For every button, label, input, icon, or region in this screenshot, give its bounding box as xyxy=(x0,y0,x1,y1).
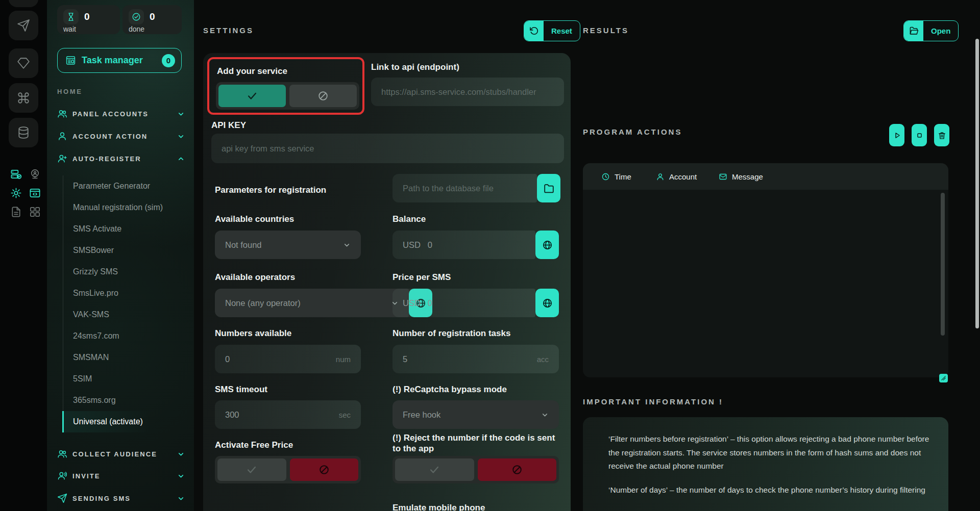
task-manager-button[interactable]: Task manager 0 xyxy=(57,48,182,73)
toggle-yes-button[interactable] xyxy=(395,458,474,481)
trash-icon xyxy=(938,131,946,140)
premium-button[interactable] xyxy=(9,48,38,78)
submenu-item[interactable]: SMSBower xyxy=(63,240,188,261)
task-manager-label: Task manager xyxy=(82,55,143,66)
numbers-available-value: 0 xyxy=(225,354,230,364)
database-button[interactable] xyxy=(9,118,38,147)
clear-button[interactable] xyxy=(934,124,949,146)
user-icon xyxy=(57,131,67,141)
toggle-no-button[interactable] xyxy=(289,85,357,107)
program-actions-title: PROGRAM ACTIONS xyxy=(583,127,682,136)
server-check-icon[interactable] xyxy=(10,168,22,180)
send-nav-button[interactable] xyxy=(9,11,38,40)
hourglass-icon xyxy=(63,9,79,24)
toggle-yes-button[interactable] xyxy=(217,458,286,481)
chevron-down-icon xyxy=(177,495,185,502)
page-scrollbar-thumb[interactable] xyxy=(975,39,979,328)
free-price-toggle xyxy=(215,456,361,483)
submenu-item[interactable]: 24sms7.com xyxy=(63,325,188,347)
ban-icon xyxy=(318,464,330,475)
balance-group: USD 0 xyxy=(393,231,559,259)
rotate-ccw-icon xyxy=(524,21,544,41)
api-key-label: API KEY xyxy=(211,120,246,131)
toggle-no-button[interactable] xyxy=(478,458,557,481)
globe-icon xyxy=(542,240,553,250)
folder-open-icon xyxy=(904,21,923,41)
submenu-item-selected[interactable]: Universal (activate) xyxy=(62,411,188,432)
toggle-no-button[interactable] xyxy=(290,458,359,481)
open-button[interactable]: Open xyxy=(903,20,959,41)
add-service-toggle xyxy=(216,82,359,110)
column-message: Message xyxy=(719,172,763,181)
sidebar-item-invite[interactable]: INVITE xyxy=(57,467,185,485)
submenu-item[interactable]: VAK-SMS xyxy=(63,304,188,325)
submenu-item[interactable]: 5SIM xyxy=(63,368,188,390)
chevron-down-icon xyxy=(177,472,185,480)
chevron-down-icon xyxy=(541,411,549,419)
link-api-field[interactable] xyxy=(371,78,564,106)
sidebar-item-auto-register[interactable]: AUTO-REGISTER xyxy=(57,149,185,168)
send-icon xyxy=(57,493,67,503)
price-refresh-button[interactable] xyxy=(535,289,559,317)
sidebar-item-label: SENDING SMS xyxy=(72,495,131,502)
wait-counter: 0 wait xyxy=(57,5,120,34)
grid-icon[interactable] xyxy=(29,206,41,218)
start-button[interactable] xyxy=(889,124,904,146)
table-scrollbar-thumb[interactable] xyxy=(941,193,945,336)
sms-timeout-field[interactable]: 300 sec xyxy=(215,400,361,429)
numbers-available-field[interactable]: 0 num xyxy=(215,345,361,373)
chevron-up-icon xyxy=(177,155,185,163)
balance-refresh-button[interactable] xyxy=(535,231,559,259)
free-price-label: Activate Free Price xyxy=(215,440,293,450)
sidebar-item-panel-accounts[interactable]: PANEL ACCOUNTS xyxy=(57,105,185,123)
db-path-field[interactable] xyxy=(393,174,537,202)
registration-tasks-label: Number of registration tasks xyxy=(393,328,510,339)
gear-icon[interactable] xyxy=(10,187,22,199)
db-path-group xyxy=(393,174,560,202)
check-icon xyxy=(246,464,257,475)
submenu-item[interactable]: 365sms.org xyxy=(63,390,188,411)
price-currency: USD xyxy=(403,298,421,308)
params-label: Parameters for registration xyxy=(215,185,326,195)
browse-file-button[interactable] xyxy=(537,174,560,202)
toggle-yes-button[interactable] xyxy=(218,85,286,107)
send-icon xyxy=(17,19,30,32)
sidebar-item-label: AUTO-REGISTER xyxy=(72,155,141,163)
sidebar-item-account-action[interactable]: ACCOUNT ACTION xyxy=(57,127,185,145)
submenu-item[interactable]: Grizzly SMS xyxy=(63,261,188,283)
sidebar-item-collect-audience[interactable]: COLLECT AUDIENCE xyxy=(57,445,185,463)
submenu-item[interactable]: SMSMAN xyxy=(63,347,188,368)
done-count: 0 xyxy=(150,11,155,22)
database-icon xyxy=(17,126,30,139)
registration-tasks-field[interactable]: 5 acc xyxy=(393,345,559,373)
api-key-field[interactable] xyxy=(211,134,564,163)
table-resize-handle[interactable] xyxy=(939,374,948,382)
countries-select[interactable]: Not found xyxy=(215,231,361,259)
api-key-input[interactable] xyxy=(222,144,554,154)
rail-button-partial[interactable] xyxy=(9,0,38,7)
file-icon[interactable] xyxy=(10,206,22,218)
users-icon xyxy=(57,449,67,459)
operators-select[interactable]: None (any operator) xyxy=(215,289,409,317)
db-path-input[interactable] xyxy=(403,184,527,193)
command-button[interactable] xyxy=(9,83,38,113)
mail-icon xyxy=(719,172,727,181)
submenu-item[interactable]: Manual registration (sim) xyxy=(63,197,188,218)
submenu-item[interactable]: SMS Activate xyxy=(63,218,188,240)
folder-icon xyxy=(544,183,554,194)
submenu-item[interactable]: SmsLive.pro xyxy=(63,283,188,304)
stop-button[interactable] xyxy=(912,124,927,146)
submenu-item[interactable]: Parameter Generator xyxy=(63,175,188,197)
code-window-icon[interactable] xyxy=(29,187,41,199)
webcam-icon[interactable] xyxy=(29,168,41,180)
numbers-available-unit: num xyxy=(336,355,351,364)
price-field[interactable]: USD 0 xyxy=(393,289,535,317)
info-paragraph: ‘Filter numbers before registration’ – t… xyxy=(608,432,935,473)
important-info-card: ‘Filter numbers before registration’ – t… xyxy=(583,417,948,511)
sidebar-item-sending-sms[interactable]: SENDING SMS xyxy=(57,489,185,507)
balance-field[interactable]: USD 0 xyxy=(393,231,535,259)
diamond-icon xyxy=(17,57,30,70)
reset-button[interactable]: Reset xyxy=(524,20,580,41)
link-api-input[interactable] xyxy=(381,87,554,97)
recaptcha-mode-select[interactable]: Free hook xyxy=(393,400,559,429)
